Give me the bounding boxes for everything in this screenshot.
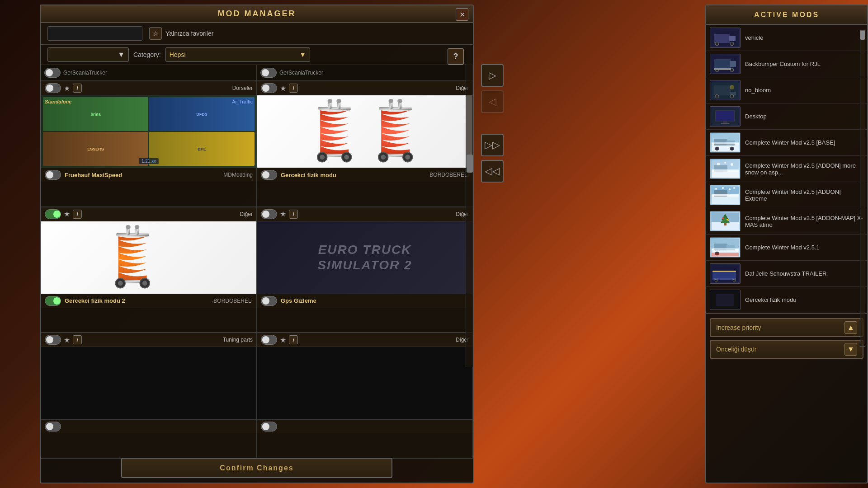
- active-mod-winter-xmas[interactable]: Complete Winter Mod v2.5 [ADDON-MAP] X-M…: [706, 208, 867, 235]
- mod-3-star[interactable]: ★: [64, 210, 70, 218]
- active-mod-winter-xmas-name: Complete Winter Mod v2.5 [ADDON-MAP] X-M…: [745, 215, 863, 228]
- svg-point-57: [730, 147, 734, 150]
- favorites-filter[interactable]: ☆ Yalnızca favoriler: [149, 27, 213, 40]
- active-mod-winter-base[interactable]: Complete Winter Mod v2.5 [BASE]: [706, 130, 867, 156]
- mod-5-footer-toggle[interactable]: [45, 422, 61, 432]
- mod-5-star[interactable]: ★: [64, 336, 70, 344]
- mod-3-info[interactable]: i: [73, 210, 82, 219]
- mod-5-toggle[interactable]: [45, 335, 61, 345]
- svg-point-91: [715, 279, 717, 282]
- svg-rect-95: [716, 294, 734, 306]
- mod-2-footer: Gercekci fizik modu BORDOBERELI: [257, 168, 472, 182]
- mod-4-info[interactable]: i: [289, 210, 298, 219]
- active-mod-winter-extreme-thumb: [710, 185, 741, 205]
- partial-toggle-left[interactable]: [44, 68, 61, 78]
- help-button[interactable]: ?: [448, 48, 464, 65]
- mod-5-category: Tuning parts: [223, 337, 253, 343]
- svg-point-72: [729, 188, 731, 190]
- mod-3-footer-toggle[interactable]: [45, 296, 61, 306]
- favorites-label: Yalnızca favoriler: [165, 30, 213, 37]
- mod-2-author: BORDOBERELI: [429, 172, 469, 178]
- filter-bar: ☆ Yalnızca favoriler: [41, 23, 473, 45]
- mod-3-author: -BORDOBERELI: [212, 298, 253, 304]
- active-mods-scrollbar[interactable]: [860, 30, 865, 347]
- svg-rect-42: [714, 85, 731, 95]
- mod-6-toggle[interactable]: [261, 335, 277, 345]
- confirm-changes-button[interactable]: Confirm Changes: [121, 458, 392, 478]
- active-mod-desktop[interactable]: Desktop: [706, 103, 867, 130]
- nav-back-button[interactable]: ◁: [481, 90, 504, 113]
- mod-cell-6-header: ★ i Diğer: [257, 333, 472, 347]
- standalone-label: Standalone: [45, 99, 71, 104]
- mod-1-info[interactable]: i: [73, 84, 82, 93]
- active-mods-scrollbar-thumb[interactable]: [860, 31, 865, 40]
- category-value-dropdown[interactable]: Hepsi ▼: [165, 47, 310, 62]
- winter-extreme-thumb-svg: [712, 187, 739, 204]
- svg-point-79: [722, 217, 724, 219]
- mod-4-toggle[interactable]: [261, 209, 277, 219]
- mod-1-toggle[interactable]: [45, 83, 61, 93]
- category-sort-dropdown[interactable]: ▼: [47, 47, 129, 62]
- active-mod-winter-251[interactable]: Complete Winter Mod v2.5.1: [706, 235, 867, 261]
- active-mod-backbumper[interactable]: Backbumper Custom for RJL: [706, 51, 867, 77]
- svg-point-4: [327, 99, 332, 103]
- svg-point-45: [715, 94, 719, 98]
- active-mod-vehicle[interactable]: vehicle: [706, 25, 867, 51]
- mod-1-footer-toggle[interactable]: [45, 170, 61, 180]
- mod-4-star[interactable]: ★: [280, 210, 286, 218]
- partial-toggle-right[interactable]: [260, 68, 277, 78]
- svg-point-46: [730, 94, 734, 98]
- mod-3-toggle[interactable]: [45, 209, 61, 219]
- category-label: Category:: [133, 51, 161, 58]
- mod-2-star[interactable]: ★: [280, 84, 286, 93]
- mod-2-info[interactable]: i: [289, 84, 298, 93]
- active-mod-vehicle-name: vehicle: [745, 34, 863, 41]
- version-label: 1.21.xx: [139, 158, 159, 164]
- mod-cell-1-header: ★ i Dorseler: [41, 81, 256, 95]
- active-mod-fizik-thumb: [710, 290, 741, 310]
- mod-5-image: [41, 347, 256, 419]
- active-mods-title: ACTIVE MODS: [754, 11, 819, 19]
- active-mod-winter-snow-thumb: [710, 159, 741, 179]
- mod-cell-6: ★ i Diğer: [257, 333, 473, 459]
- winter-snow-thumb-svg: [712, 160, 739, 178]
- ai-traffic-label: Ai_Traffic: [232, 99, 253, 104]
- nav-skip-forward-button[interactable]: ▷▷: [481, 134, 504, 156]
- mod-6-info[interactable]: i: [289, 335, 298, 344]
- svg-point-65: [731, 163, 733, 166]
- active-mod-nobloom[interactable]: no_bloom: [706, 77, 867, 103]
- svg-point-63: [717, 163, 720, 165]
- decrease-priority-button[interactable]: Önceliği düşür ▼: [710, 340, 863, 359]
- mod-2-toggle[interactable]: [261, 83, 277, 93]
- mod-4-name: Gps Gizleme: [281, 297, 316, 304]
- favorites-icon: ☆: [149, 27, 162, 40]
- mod-4-footer-toggle[interactable]: [261, 296, 277, 306]
- mod-grid-scrollbar[interactable]: [466, 64, 473, 367]
- active-mod-fizik[interactable]: Gercekci fizik modu: [706, 287, 867, 313]
- desktop-thumb-svg: [712, 108, 739, 125]
- svg-rect-78: [724, 223, 726, 225]
- nav-skip-back-button[interactable]: ◁◁: [481, 160, 504, 183]
- navigation-arrows: ▷ ◁ ▷▷ ◁◁: [481, 64, 504, 183]
- mod-6-footer-toggle[interactable]: [261, 422, 277, 432]
- search-input[interactable]: [47, 26, 142, 41]
- increase-priority-button[interactable]: Increase priority ▲: [710, 318, 863, 337]
- mod-manager-window: MOD MANAGER ✕ ☆ Yalnızca favoriler ▼ Cat…: [40, 5, 474, 483]
- svg-rect-86: [712, 248, 739, 250]
- svg-rect-1: [318, 107, 350, 110]
- active-mod-winter-base-thumb: [710, 132, 741, 153]
- close-button[interactable]: ✕: [456, 8, 468, 21]
- mod-2-susp-img: [257, 95, 472, 168]
- mod-cell-3-header: ★ i Diğer: [41, 207, 256, 221]
- nav-forward-button[interactable]: ▷: [481, 64, 504, 87]
- mod-2-footer-toggle[interactable]: [261, 170, 277, 180]
- active-mod-daf[interactable]: Daf Jelle Schouwstra TRAILER: [706, 261, 867, 287]
- active-mod-winter-snow[interactable]: Complete Winter Mod v2.5 [ADDON] more sn…: [706, 156, 867, 182]
- active-mod-winter-extreme[interactable]: Complete Winter Mod v2.5 [ADDON] Extreme: [706, 182, 867, 208]
- mod-1-star[interactable]: ★: [64, 84, 70, 93]
- active-mod-desktop-thumb: [710, 106, 741, 127]
- category-value-arrow: ▼: [300, 51, 306, 58]
- mod-5-info[interactable]: i: [73, 335, 82, 344]
- scrollbar-thumb[interactable]: [467, 155, 473, 173]
- mod-6-star[interactable]: ★: [280, 336, 286, 344]
